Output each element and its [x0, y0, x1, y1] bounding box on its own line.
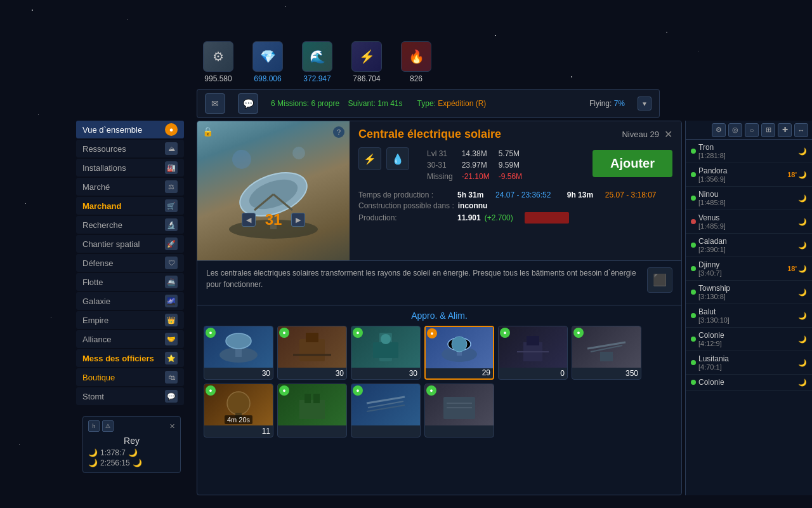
galaxie-icon: 🌌 — [165, 295, 178, 307]
appro-section: Appro. & Alim. ● 30 ● 30 — [197, 305, 681, 438]
mission-bar: ✉ 💬 6 Missions: 6 propre Suivant: 1m 41s… — [197, 89, 660, 118]
sidebar-item-chantier[interactable]: Chantier spatial 🚀 — [76, 235, 184, 253]
thumb-badge-7: ● — [206, 385, 216, 396]
construction-row: Construction possible dans : inconnu — [358, 201, 672, 210]
building-thumb-9[interactable]: ● — [351, 384, 421, 438]
planet-name-pandora: Pandora — [698, 166, 787, 175]
widget-h-button[interactable]: h — [88, 420, 100, 432]
building-thumb-8[interactable]: ● — [277, 384, 347, 438]
planet-coords-venus: [1:485:9] — [698, 222, 797, 230]
resource-metal: ⚙ 995.580 — [203, 41, 233, 83]
widget-alert-button[interactable]: ⚠ — [102, 420, 114, 432]
building-thumb-7[interactable]: ● 11 4m 20s — [204, 384, 273, 438]
building-level-text: Niveau 29 — [622, 130, 659, 139]
rp-grid-icon[interactable]: ⊞ — [761, 123, 775, 137]
stat-val1: 14.38M — [458, 149, 494, 159]
widget-coords-2: 🌙 2:256:15 🌙 — [88, 458, 175, 467]
thumb-level-5: 0 — [560, 369, 565, 378]
ajouter-button[interactable]: Ajouter — [593, 150, 672, 177]
sidebar-item-stomt[interactable]: Stomt 💬 — [76, 387, 184, 405]
prod-date2: 25.07 - 3:18:07 — [605, 190, 657, 199]
planet-item-colonie2[interactable]: Colonie 🌙 — [686, 375, 812, 391]
alliance-icon: 🤝 — [165, 333, 178, 345]
sidebar-item-boutique[interactable]: Boutique 🛍 — [76, 368, 184, 386]
missing-label: Missing — [423, 171, 457, 182]
planet-item-venus[interactable]: Venus [1:485:9] 🌙 — [686, 210, 812, 234]
level-up-button[interactable]: ▶ — [291, 213, 305, 227]
planet-info-colonie2: Colonie — [698, 378, 797, 387]
sidebar-item-ressources[interactable]: Ressources ⛰ — [76, 140, 184, 157]
building-thumb-2[interactable]: ● 30 — [277, 326, 347, 380]
planet-name-township: Township — [698, 284, 797, 293]
planet-item-caladan[interactable]: Caladan [2:390:1] 🌙 — [686, 234, 812, 257]
planet-item-djinny[interactable]: Djinny [3:40:7] 18' 🌙 — [686, 257, 812, 281]
sidebar-item-defense[interactable]: Défense 🛡 — [76, 254, 184, 272]
production-row: Production: 11.901 (+2.700) — [358, 212, 672, 224]
planet-dot-colonie2 — [691, 380, 696, 385]
main-content: 🔒 ◀ 31 ▶ ? Centrale électrique solaire N… — [197, 121, 682, 495]
planet-item-colonie[interactable]: Colonie [4:12:9] 🌙 — [686, 328, 812, 351]
thumb-badge-4: ● — [427, 328, 437, 338]
sidebar: Vue d`ensemble ● Ressources ⛰ Installati… — [76, 121, 184, 405]
sidebar-item-vue-ensemble[interactable]: Vue d`ensemble ● — [76, 121, 184, 138]
stat-val5: -21.10M — [458, 171, 494, 182]
planet-item-balut[interactable]: Balut [3:130:10] 🌙 — [686, 304, 812, 328]
planet-dot-djinny — [691, 266, 696, 271]
level-down-button[interactable]: ◀ — [242, 213, 256, 227]
lvl-label: Lvl 31 — [423, 149, 457, 159]
planet-name-colonie2: Colonie — [698, 378, 797, 387]
installations-icon: 🏭 — [165, 161, 178, 174]
mail-button[interactable]: ✉ — [205, 93, 225, 114]
sidebar-item-alliance[interactable]: Alliance 🤝 — [76, 330, 184, 348]
stats-table: Lvl 31 14.38M 5.75M 30-31 23.97M 9.59M M… — [422, 147, 527, 183]
help-icon[interactable]: ? — [333, 126, 344, 138]
building-thumb-10[interactable]: ● — [424, 384, 494, 438]
vue-ensemble-icon: ● — [165, 123, 178, 136]
thumb-badge-9: ● — [353, 385, 363, 396]
sidebar-item-recherche[interactable]: Recherche 🔬 — [76, 216, 184, 234]
planet-dot-balut — [691, 313, 696, 318]
svg-point-27 — [227, 392, 250, 415]
sidebar-label-marche: Marché — [82, 182, 110, 192]
crystal-value: 698.006 — [254, 74, 281, 83]
sidebar-item-empire[interactable]: Empire 👑 — [76, 311, 184, 329]
building-thumb-4[interactable]: ● 29 — [424, 326, 494, 380]
sidebar-item-flotte[interactable]: Flotte 🚢 — [76, 273, 184, 291]
planet-moon-pandora: 🌙 — [798, 171, 807, 179]
planet-coords-lusitania: [4:70:1] — [698, 363, 797, 371]
rp-target-icon[interactable]: ◎ — [728, 123, 742, 137]
planet-time-pandora: 18' — [787, 171, 797, 178]
sidebar-item-installations[interactable]: Installations 🏭 — [76, 159, 184, 177]
svg-rect-12 — [306, 333, 318, 342]
construction-val: inconnu — [458, 201, 488, 210]
right-panel: ⚙ ◎ ○ ⊞ ✚ ↔ Tron [1:281:8] 🌙 Pandora [1:… — [685, 121, 812, 495]
building-thumb-1[interactable]: ● 30 — [204, 326, 273, 380]
close-button[interactable]: ✕ — [664, 128, 672, 140]
chat-button[interactable]: 💬 — [238, 93, 258, 114]
planet-dot-tron — [691, 149, 696, 154]
planet-item-tron[interactable]: Tron [1:281:8] 🌙 — [686, 140, 812, 163]
time-row-1: Temps de production : 5h 31m 24.07 - 23:… — [358, 190, 672, 199]
building-thumb-5[interactable]: ● 0 — [498, 326, 568, 380]
planet-name-lusitania: Lusitania — [698, 354, 797, 363]
planet-item-township[interactable]: Township [3:130:8] 🌙 — [686, 281, 812, 304]
sidebar-item-mess[interactable]: Mess des officiers ⭐ — [76, 349, 184, 367]
building-thumb-6[interactable]: ● 350 — [572, 326, 641, 380]
sidebar-item-marchand[interactable]: Marchand 🛒 — [76, 197, 184, 215]
building-thumb-3[interactable]: ● 30 — [351, 326, 421, 380]
type-value: Expédition (R) — [438, 99, 486, 108]
stat-icon-crystal: 💧 — [386, 147, 409, 170]
planet-item-lusitania[interactable]: Lusitania [4:70:1] 🌙 — [686, 351, 812, 375]
sidebar-item-marche[interactable]: Marché ⚖ — [76, 178, 184, 196]
planet-item-pandora[interactable]: Pandora [1:356:9] 18' 🌙 — [686, 163, 812, 187]
sidebar-item-galaxie[interactable]: Galaxie 🌌 — [76, 292, 184, 310]
rp-plus-icon[interactable]: ✚ — [778, 123, 792, 137]
expand-button[interactable]: ▼ — [638, 97, 652, 110]
planet-item-ninou[interactable]: Ninou [1:485:8] 🌙 — [686, 187, 812, 210]
rp-arrow-icon[interactable]: ↔ — [794, 123, 808, 137]
rp-clock-icon[interactable]: ○ — [745, 123, 759, 137]
widget-close-button[interactable]: ✕ — [169, 422, 175, 431]
type-label: Type: — [417, 99, 436, 108]
rp-settings-icon[interactable]: ⚙ — [712, 123, 726, 137]
planet-name-venus: Venus — [698, 213, 797, 222]
